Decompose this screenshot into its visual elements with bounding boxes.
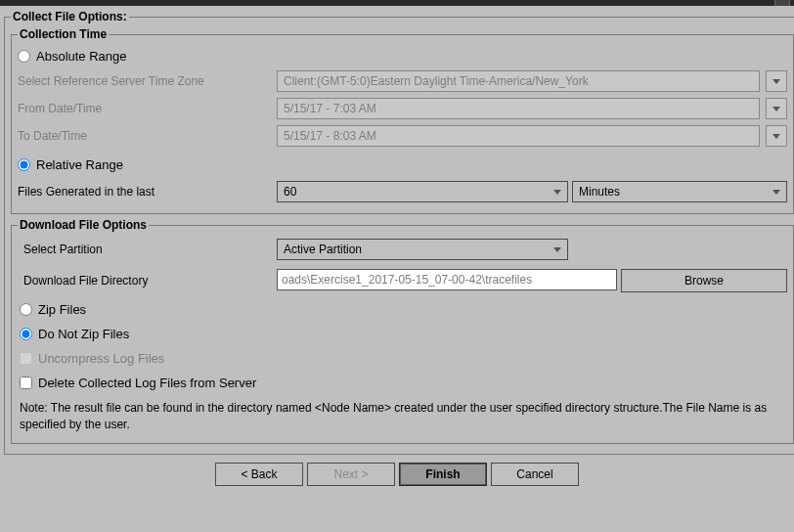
uncompress-checkbox [20,352,32,365]
download-file-options-group: Download File Options Select Partition A… [11,218,794,444]
from-date-value: 5/15/17 - 7:03 AM [277,98,760,119]
from-date-combo: 5/15/17 - 7:03 AM [277,98,760,119]
reference-timezone-value: Client:(GMT-5:0)Eastern Daylight Time-Am… [277,70,760,92]
chevron-down-icon [553,190,561,195]
uncompress-checkbox-row: Uncompress Log Files [18,351,787,366]
delete-collected-checkbox-row: Delete Collected Log Files from Server [18,376,787,390]
reference-timezone-label: Select Reference Server Time Zone [18,74,277,88]
finish-button-label: Finish [425,467,460,481]
to-date-dropdown-button [766,125,787,147]
files-generated-row: Files Generated in the last 60 Minutes [18,180,787,203]
chevron-down-icon [772,79,780,84]
next-button: Next > [307,463,395,486]
files-generated-value-select[interactable]: 60 [277,181,568,202]
collect-file-options-legend: Collect File Options: [11,10,129,23]
back-button-label: < Back [241,467,277,481]
chevron-down-icon [772,134,780,139]
do-not-zip-label: Do Not Zip Files [38,327,129,341]
collection-time-group: Collection Time Absolute Range Select Re… [11,27,794,214]
chevron-down-icon [553,247,561,252]
dialog-client-area: Collect File Options: Collection Time Ab… [0,6,794,490]
to-date-value: 5/15/17 - 8:03 AM [277,125,760,147]
absolute-range-radio[interactable] [18,50,30,63]
select-partition-select[interactable]: Active Partition [277,239,568,260]
download-directory-label: Download File Directory [18,274,277,288]
select-partition-value: Active Partition [284,243,362,256]
finish-button[interactable]: Finish [399,463,487,486]
delete-collected-label: Delete Collected Log Files from Server [38,376,256,390]
absolute-range-label: Absolute Range [36,49,127,64]
cancel-button-label: Cancel [516,467,552,481]
select-partition-row: Select Partition Active Partition [18,238,787,261]
chevron-down-icon [772,190,780,195]
relative-range-radio[interactable] [18,158,30,171]
files-generated-value: 60 [284,185,296,199]
download-file-options-legend: Download File Options [18,218,149,232]
relative-range-label: Relative Range [36,157,123,172]
delete-collected-checkbox[interactable] [20,377,32,389]
collect-file-options-group: Collect File Options: Collection Time Ab… [4,10,794,455]
to-date-combo: 5/15/17 - 8:03 AM [277,125,760,147]
absolute-range-radio-row: Absolute Range [18,49,787,64]
chevron-down-icon [772,107,780,111]
window-control-button[interactable] [774,0,790,6]
wizard-button-bar: < Back Next > Finish Cancel [4,463,790,486]
browse-button[interactable]: Browse [621,269,787,292]
files-generated-unit-select[interactable]: Minutes [572,181,787,202]
zip-files-radio-row: Zip Files [18,302,787,317]
select-partition-label: Select Partition [18,243,277,256]
cancel-button[interactable]: Cancel [491,463,579,486]
files-generated-unit: Minutes [579,185,620,199]
do-not-zip-radio-row: Do Not Zip Files [18,327,787,341]
download-directory-input[interactable] [277,269,617,290]
reference-timezone-combo: Client:(GMT-5:0)Eastern Daylight Time-Am… [277,70,760,92]
collection-time-legend: Collection Time [18,27,109,41]
from-date-dropdown-button [766,98,787,119]
to-date-row: To Date/Time 5/15/17 - 8:03 AM [18,124,787,148]
next-button-label: Next > [333,467,368,481]
zip-files-radio[interactable] [20,303,32,316]
relative-range-radio-row: Relative Range [18,157,787,172]
do-not-zip-radio[interactable] [20,328,32,340]
from-date-label: From Date/Time [18,102,277,115]
uncompress-label: Uncompress Log Files [38,351,164,366]
zip-files-label: Zip Files [38,302,86,317]
reference-timezone-row: Select Reference Server Time Zone Client… [18,69,787,93]
from-date-row: From Date/Time 5/15/17 - 7:03 AM [18,97,787,120]
download-directory-row: Download File Directory Browse [18,269,787,292]
reference-timezone-dropdown-button [766,70,787,92]
note-text: Note: The result file can be found in th… [20,400,785,433]
to-date-label: To Date/Time [18,129,277,143]
files-generated-label: Files Generated in the last [18,185,277,199]
browse-button-label: Browse [684,274,724,288]
back-button[interactable]: < Back [215,463,303,486]
